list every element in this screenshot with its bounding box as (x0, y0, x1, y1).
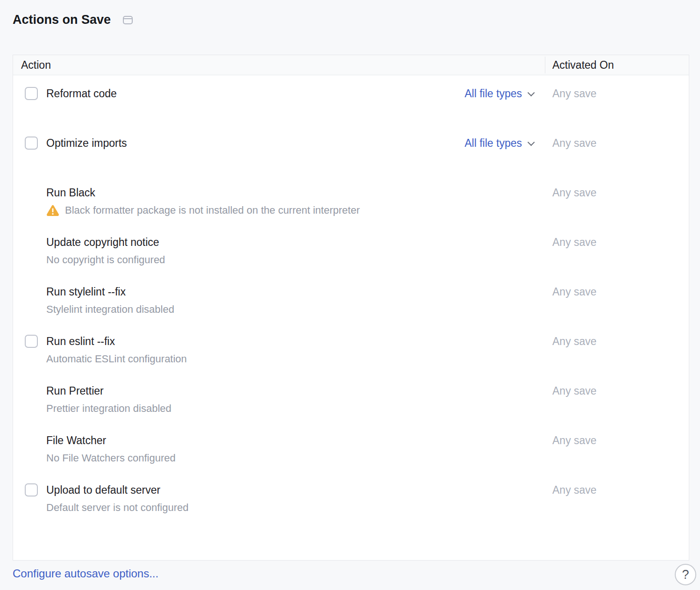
chevron-down-icon (528, 89, 535, 96)
action-status: No copyright is configured (46, 253, 165, 267)
run-eslint-fix-checkbox[interactable] (25, 335, 38, 348)
activated-on-value[interactable]: Any save (552, 285, 597, 299)
action-label: Update copyright notice (46, 235, 159, 249)
row-update-copyright-notice: Update copyright notice No copyright is … (13, 224, 689, 273)
reformat-code-file-types-dropdown[interactable]: All file types (464, 86, 533, 101)
column-header-activated-on: Activated On (552, 55, 614, 75)
actions-on-save-table: Action Activated On Reformat code All fi… (13, 55, 689, 561)
row-reformat-code: Reformat code All file types Any save (13, 75, 689, 125)
window-icon (123, 16, 133, 24)
action-label: Run stylelint --fix (46, 285, 126, 299)
chevron-down-icon (528, 138, 535, 146)
action-label: Run eslint --fix (46, 334, 115, 348)
activated-on-value[interactable]: Any save (552, 384, 597, 398)
reformat-code-checkbox[interactable] (25, 87, 38, 100)
column-header-action: Action (21, 55, 51, 75)
row-run-stylelint-fix: Run stylelint --fix Stylelint integratio… (13, 273, 689, 323)
status-text: Default server is not configured (46, 501, 189, 515)
status-text: No File Watchers configured (46, 451, 176, 465)
question-mark-icon: ? (682, 568, 689, 582)
activated-on-value[interactable]: Any save (552, 433, 597, 447)
action-label: Optimize imports (46, 136, 127, 150)
warning-icon (46, 205, 59, 216)
column-divider (545, 57, 545, 73)
action-status: Automatic ESLint configuration (46, 352, 187, 366)
table-header: Action Activated On (13, 55, 689, 75)
row-optimize-imports: Optimize imports All file types Any save (13, 125, 689, 174)
action-label: Reformat code (46, 86, 117, 101)
activated-on-value[interactable]: Any save (552, 136, 597, 150)
status-text: Automatic ESLint configuration (46, 352, 187, 366)
configure-autosave-options-link[interactable]: Configure autosave options... (13, 567, 158, 581)
activated-on-value[interactable]: Any save (552, 334, 597, 348)
file-types-dropdown-label: All file types (464, 86, 522, 101)
status-text: Stylelint integration disabled (46, 302, 174, 317)
optimize-imports-file-types-dropdown[interactable]: All file types (464, 136, 533, 150)
action-status: Black formatter package is not installed… (46, 203, 360, 217)
activated-on-value[interactable]: Any save (552, 235, 597, 249)
activated-on-value[interactable]: Any save (552, 86, 597, 101)
upload-to-default-server-checkbox[interactable] (25, 483, 38, 496)
file-types-dropdown-label: All file types (464, 136, 522, 150)
activated-on-value[interactable]: Any save (552, 483, 597, 497)
optimize-imports-checkbox[interactable] (25, 137, 38, 150)
activated-on-value[interactable]: Any save (552, 186, 597, 200)
status-text: Black formatter package is not installed… (65, 203, 360, 217)
row-run-eslint-fix: Run eslint --fix Automatic ESLint config… (13, 323, 689, 373)
action-label: Run Black (46, 186, 95, 200)
action-status: No File Watchers configured (46, 451, 176, 465)
action-status: Stylelint integration disabled (46, 302, 174, 317)
action-label: File Watcher (46, 433, 106, 447)
action-status: Prettier integration disabled (46, 402, 171, 416)
action-label: Upload to default server (46, 483, 160, 497)
row-upload-to-default-server: Upload to default server Default server … (13, 472, 689, 521)
row-run-prettier: Run Prettier Prettier integration disabl… (13, 373, 689, 422)
row-run-black: Run Black Black formatter package is not… (13, 174, 689, 224)
action-label: Run Prettier (46, 384, 104, 398)
status-text: Prettier integration disabled (46, 402, 171, 416)
page-title: Actions on Save (13, 13, 133, 27)
help-button[interactable]: ? (675, 564, 696, 585)
status-text: No copyright is configured (46, 253, 165, 267)
action-status: Default server is not configured (46, 501, 189, 515)
row-file-watcher: File Watcher No File Watchers configured… (13, 422, 689, 472)
page-title-text: Actions on Save (13, 13, 111, 27)
